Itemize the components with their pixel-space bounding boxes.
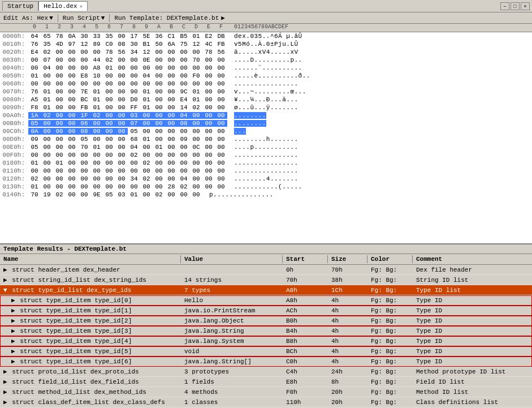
result-row[interactable]: ▼ struct type_id_list dex_type_ids7 type… <box>0 285 532 295</box>
hex-byte[interactable]: A8 <box>90 65 103 71</box>
hex-byte[interactable]: 00 <box>215 112 227 119</box>
hex-byte[interactable]: 00 <box>103 144 115 151</box>
hex-byte[interactable]: 00 <box>66 88 78 95</box>
hex-byte[interactable]: 76 <box>28 88 41 95</box>
hex-byte[interactable]: 02 <box>178 183 190 190</box>
hex-byte[interactable]: 02 <box>190 104 202 111</box>
hex-byte[interactable]: 89 <box>90 41 103 48</box>
hex-byte[interactable]: 00 <box>53 96 66 103</box>
hex-byte[interactable]: 05 <box>28 120 41 127</box>
hex-byte[interactable]: 00 <box>215 128 227 135</box>
tree-toggle-icon[interactable]: ▶ <box>11 317 19 324</box>
hex-byte[interactable]: 00 <box>66 120 78 127</box>
hex-byte[interactable]: 00 <box>153 57 165 63</box>
hex-byte[interactable]: 02 <box>103 57 115 63</box>
hex-byte[interactable]: 07 <box>128 120 140 127</box>
hex-byte[interactable]: 00 <box>202 120 215 127</box>
hex-byte[interactable]: 00 <box>153 88 165 95</box>
hex-byte[interactable]: 0A <box>66 33 78 40</box>
hex-byte[interactable]: 00 <box>53 104 66 111</box>
hex-byte[interactable]: 00 <box>153 136 165 143</box>
hex-byte[interactable]: 00 <box>115 65 128 71</box>
hex-byte[interactable]: 00 <box>41 144 53 151</box>
hex-byte[interactable]: 02 <box>90 112 103 119</box>
result-row[interactable]: ▶ struct header_item dex_header0h70hFg: … <box>0 265 532 275</box>
hex-byte[interactable]: 00 <box>202 65 215 71</box>
run-template-button[interactable]: Run Template: DEXTemplate.bt <box>114 15 219 22</box>
hex-row[interactable]: 0080h:A5010000BC010000D0010000E4010000¥.… <box>0 96 532 104</box>
hex-byte[interactable]: 00 <box>190 120 202 127</box>
hex-byte[interactable]: 00 <box>78 49 90 55</box>
hex-byte[interactable]: 44 <box>90 57 103 63</box>
hex-byte[interactable]: 00 <box>165 49 178 55</box>
hex-byte[interactable]: 00 <box>115 72 128 79</box>
hex-byte[interactable]: 00 <box>215 183 227 190</box>
hex-byte[interactable]: 00 <box>202 128 215 135</box>
hex-byte[interactable]: 56 <box>115 49 128 55</box>
hex-byte[interactable]: 5E <box>140 33 153 40</box>
hex-row[interactable]: 0000h:6465780A30333500175E36C1B501E2DBde… <box>0 32 532 40</box>
hex-byte[interactable]: 7E <box>78 88 90 95</box>
hex-byte[interactable]: 01 <box>103 65 115 71</box>
hex-byte[interactable]: 00 <box>78 191 90 198</box>
hex-byte[interactable]: 00 <box>115 96 128 103</box>
hex-byte[interactable]: 00 <box>103 160 115 166</box>
hex-byte[interactable]: 00 <box>165 104 178 111</box>
hex-byte[interactable]: 00 <box>128 168 140 174</box>
hex-byte[interactable]: 00 <box>103 112 115 119</box>
hex-byte[interactable]: 00 <box>103 72 115 79</box>
hex-byte[interactable]: 00 <box>140 168 153 174</box>
hex-byte[interactable]: 78 <box>53 33 66 40</box>
hex-byte[interactable]: 17 <box>128 33 140 40</box>
result-row[interactable]: ▶ struct type_id_item type_id[3]java.lan… <box>0 326 532 336</box>
hex-byte[interactable]: 00 <box>66 152 78 158</box>
result-row[interactable]: ▶ struct class_def_item_list dex_class_d… <box>0 397 532 407</box>
hex-byte[interactable]: 00 <box>66 57 78 63</box>
run-script-button[interactable]: Run Script ▼ <box>63 15 105 22</box>
hex-byte[interactable]: 09 <box>178 136 190 143</box>
hex-byte[interactable]: 28 <box>165 183 178 190</box>
hex-byte[interactable]: 00 <box>41 136 53 143</box>
hex-byte[interactable]: 00 <box>115 175 128 182</box>
hex-byte[interactable]: 00 <box>202 104 215 111</box>
hex-byte[interactable]: 00 <box>53 120 66 127</box>
hex-byte[interactable]: FF <box>128 104 140 111</box>
hex-byte[interactable]: 01 <box>153 144 165 151</box>
hex-byte[interactable]: 00 <box>53 144 66 151</box>
hex-byte[interactable]: 00 <box>190 128 202 135</box>
hex-byte[interactable]: 00 <box>190 183 202 190</box>
hex-byte[interactable]: 06 <box>78 120 90 127</box>
hex-byte[interactable]: DB <box>215 33 227 40</box>
hex-row[interactable]: 00B0h:05000000060000000700000008000000..… <box>0 119 532 127</box>
tree-toggle-icon[interactable]: ▶ <box>3 389 11 396</box>
hex-byte[interactable]: 00 <box>28 65 41 71</box>
hex-byte[interactable]: 05 <box>28 144 41 151</box>
hex-byte[interactable]: 00 <box>53 152 66 158</box>
hex-byte[interactable]: 00 <box>115 33 128 40</box>
hex-byte[interactable]: 00 <box>103 96 115 103</box>
hex-byte[interactable]: 00 <box>41 128 53 135</box>
hex-byte[interactable]: 00 <box>41 80 53 87</box>
hex-byte[interactable]: 00 <box>202 57 215 63</box>
hex-byte[interactable]: 00 <box>190 65 202 71</box>
hex-byte[interactable]: 00 <box>153 72 165 79</box>
hex-byte[interactable]: 01 <box>41 96 53 103</box>
hex-byte[interactable]: F0 <box>190 72 202 79</box>
hex-byte[interactable]: 00 <box>53 72 66 79</box>
hex-byte[interactable]: 00 <box>165 57 178 63</box>
run-template-arrow[interactable]: ▶ <box>221 14 225 22</box>
hex-byte[interactable]: 97 <box>66 41 78 48</box>
hex-byte[interactable]: 00 <box>202 183 215 190</box>
hex-byte[interactable]: 00 <box>140 80 153 87</box>
hex-byte[interactable]: 00 <box>78 175 90 182</box>
hex-byte[interactable]: 00 <box>202 136 215 143</box>
hex-byte[interactable]: 00 <box>165 175 178 182</box>
hex-byte[interactable]: 00 <box>178 80 190 87</box>
hex-row[interactable]: 0090h:F8010000FB010000FF01000014020000ø.… <box>0 104 532 111</box>
hex-byte[interactable]: 00 <box>78 57 90 63</box>
hex-byte[interactable]: B1 <box>140 41 153 48</box>
hex-byte[interactable]: 01 <box>140 96 153 103</box>
results-list[interactable]: ▶ struct header_item dex_header0h70hFg: … <box>0 265 532 408</box>
hex-byte[interactable]: 00 <box>190 160 202 166</box>
hex-byte[interactable]: 00 <box>66 65 78 71</box>
